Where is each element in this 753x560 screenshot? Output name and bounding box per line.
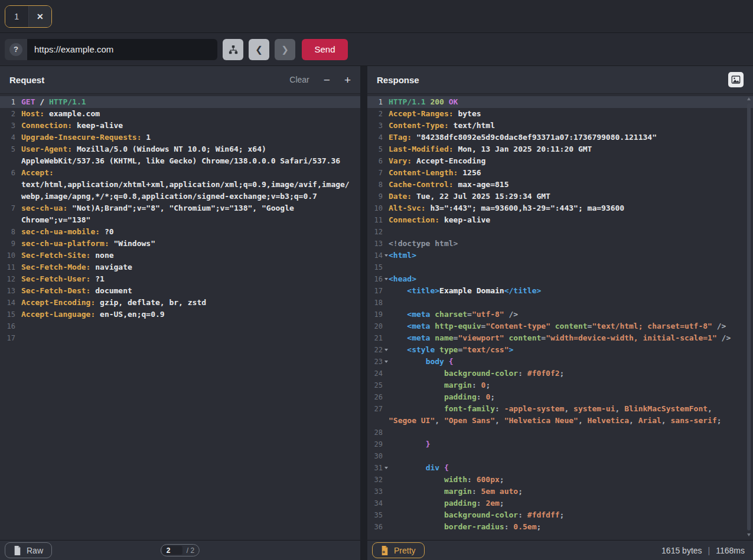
send-button[interactable]: Send xyxy=(302,39,348,60)
page-number-input[interactable]: 2 xyxy=(162,546,182,555)
line-number: 6 xyxy=(367,155,389,167)
code-line[interactable]: 12 xyxy=(367,226,753,238)
response-title: Response xyxy=(377,75,419,85)
code-line[interactable]: 7sec-ch-ua: "Not)A;Brand";v="8", "Chromi… xyxy=(0,202,360,226)
line-number: 26 xyxy=(367,391,389,403)
code-line[interactable]: 33 margin: 5em auto; xyxy=(367,486,753,497)
panel-divider[interactable] xyxy=(360,66,367,560)
fold-chevron-icon[interactable] xyxy=(384,349,388,351)
pretty-toggle-button[interactable]: Pretty xyxy=(372,542,425,558)
code-line[interactable]: 9sec-ch-ua-platform: "Windows" xyxy=(0,238,360,250)
code-line[interactable]: 31 div { xyxy=(367,462,753,474)
sitemap-button[interactable] xyxy=(223,39,243,60)
raw-toggle-button[interactable]: Raw xyxy=(5,542,52,558)
fold-chevron-icon[interactable] xyxy=(384,467,388,469)
code-line[interactable]: 15Accept-Language: en-US,en;q=0.9 xyxy=(0,309,360,320)
code-line[interactable]: 21 <meta name="viewport" content="width=… xyxy=(367,332,753,344)
code-line[interactable]: 11Connection: keep-alive xyxy=(367,214,753,226)
code-line[interactable]: 22 <style type="text/css"> xyxy=(367,344,753,356)
line-number: 12 xyxy=(367,226,389,238)
code-line[interactable]: 24 background-color: #f0f0f2; xyxy=(367,368,753,379)
code-line[interactable]: 35 background-color: #fdfdff; xyxy=(367,509,753,521)
line-number: 25 xyxy=(367,379,389,391)
line-number: 20 xyxy=(367,320,389,332)
code-line[interactable]: 32 width: 600px; xyxy=(367,474,753,486)
code-line[interactable]: 10Alt-Svc: h3=":443"; ma=93600,h3-29=":4… xyxy=(367,202,753,214)
close-tab-icon[interactable]: ✕ xyxy=(28,6,52,27)
line-number: 2 xyxy=(367,108,389,120)
code-line[interactable]: 9Date: Tue, 22 Jul 2025 15:29:34 GMT xyxy=(367,191,753,202)
request-editor[interactable]: 1GET / HTTP/1.12Host: example.com3Connec… xyxy=(0,94,360,540)
code-line[interactable]: 15 xyxy=(367,261,753,273)
line-content: div { xyxy=(389,462,736,474)
code-line[interactable]: 3Content-Type: text/html xyxy=(367,120,753,132)
code-line[interactable]: 4ETag: "84238dfc8092e5d9c0dac8ef93371a07… xyxy=(367,132,753,143)
code-line[interactable]: 30 xyxy=(367,450,753,462)
code-line[interactable]: 12Sec-Fetch-User: ?1 xyxy=(0,273,360,285)
code-line[interactable]: 19 <meta charset="utf-8" /> xyxy=(367,309,753,320)
code-line[interactable]: 29 } xyxy=(367,438,753,450)
code-line[interactable]: 14<html> xyxy=(367,250,753,261)
code-line[interactable]: 1HTTP/1.1 200 OK xyxy=(367,96,753,108)
code-line[interactable]: 28 xyxy=(367,427,753,438)
code-line[interactable]: 6Accept: text/html,application/xhtml+xml… xyxy=(0,167,360,202)
code-line[interactable]: 10Sec-Fetch-Site: none xyxy=(0,250,360,261)
line-content: Date: Tue, 22 Jul 2025 15:29:34 GMT xyxy=(389,191,736,202)
line-number: 28 xyxy=(367,427,389,438)
history-back-button[interactable]: ❮ xyxy=(249,39,269,60)
code-line[interactable]: 34 padding: 2em; xyxy=(367,497,753,509)
history-forward-button[interactable]: ❯ xyxy=(275,39,295,60)
code-line[interactable]: 36 border-radius: 0.5em; xyxy=(367,521,753,533)
code-line[interactable]: 17 xyxy=(0,332,360,344)
code-line[interactable]: 25 margin: 0; xyxy=(367,379,753,391)
code-line[interactable]: 3Connection: keep-alive xyxy=(0,120,360,132)
code-line[interactable]: 4Upgrade-Insecure-Requests: 1 xyxy=(0,132,360,143)
code-line[interactable]: 17 <title>Example Domain</title> xyxy=(367,285,753,297)
scroll-down-icon[interactable] xyxy=(747,533,751,536)
line-number: 36 xyxy=(367,521,389,533)
raw-toggle-label: Raw xyxy=(27,546,43,555)
connection-info-button[interactable]: ? xyxy=(5,39,27,60)
line-number: 3 xyxy=(367,120,389,132)
code-line[interactable]: 2Accept-Ranges: bytes xyxy=(367,108,753,120)
code-line[interactable]: 26 padding: 0; xyxy=(367,391,753,403)
code-line[interactable]: 11Sec-Fetch-Mode: navigate xyxy=(0,261,360,273)
fold-chevron-icon[interactable] xyxy=(384,278,388,280)
code-line[interactable]: 1GET / HTTP/1.1 xyxy=(0,96,360,108)
code-line[interactable]: 13<!doctype html> xyxy=(367,238,753,250)
line-content: body { xyxy=(389,356,736,368)
code-line[interactable]: 5User-Agent: Mozilla/5.0 (Windows NT 10.… xyxy=(0,143,360,167)
code-line[interactable]: 14Accept-Encoding: gzip, deflate, br, zs… xyxy=(0,297,360,309)
line-number: 8 xyxy=(0,226,21,238)
line-number: 14 xyxy=(0,297,21,309)
scrollbar-thumb[interactable] xyxy=(747,103,751,530)
fold-chevron-icon[interactable] xyxy=(384,361,388,363)
code-line[interactable]: 8Cache-Control: max-age=815 xyxy=(367,179,753,191)
url-input[interactable] xyxy=(27,39,217,60)
url-field-group: ? xyxy=(5,39,217,60)
line-number: 31 xyxy=(367,462,389,474)
render-image-button[interactable] xyxy=(728,72,744,87)
code-line[interactable]: 16<head> xyxy=(367,273,753,285)
code-line[interactable]: 6Vary: Accept-Encoding xyxy=(367,155,753,167)
code-line[interactable]: 23 body { xyxy=(367,356,753,368)
code-line[interactable]: 20 <meta http-equiv="Content-type" conte… xyxy=(367,320,753,332)
code-line[interactable]: 8sec-ch-ua-mobile: ?0 xyxy=(0,226,360,238)
line-content xyxy=(389,427,736,438)
code-line[interactable]: 16 xyxy=(0,320,360,332)
fold-chevron-icon[interactable] xyxy=(384,254,388,257)
code-line[interactable]: 13Sec-Fetch-Dest: document xyxy=(0,285,360,297)
clear-button[interactable]: Clear xyxy=(289,75,309,84)
line-content: } xyxy=(389,438,736,450)
code-line[interactable]: 5Last-Modified: Mon, 13 Jan 2025 20:11:2… xyxy=(367,143,753,155)
response-scrollbar[interactable] xyxy=(747,96,752,538)
session-tab[interactable]: 1 ✕ xyxy=(5,5,52,28)
code-line[interactable]: 27 font-family: -apple-system, system-ui… xyxy=(367,403,753,427)
code-line[interactable]: 7Content-Length: 1256 xyxy=(367,167,753,179)
code-line[interactable]: 18 xyxy=(367,297,753,309)
font-increase-button[interactable]: + xyxy=(344,74,351,86)
scroll-up-icon[interactable] xyxy=(747,97,751,100)
code-line[interactable]: 2Host: example.com xyxy=(0,108,360,120)
response-editor[interactable]: 1HTTP/1.1 200 OK2Accept-Ranges: bytes3Co… xyxy=(367,94,753,540)
font-decrease-button[interactable]: − xyxy=(324,74,330,86)
